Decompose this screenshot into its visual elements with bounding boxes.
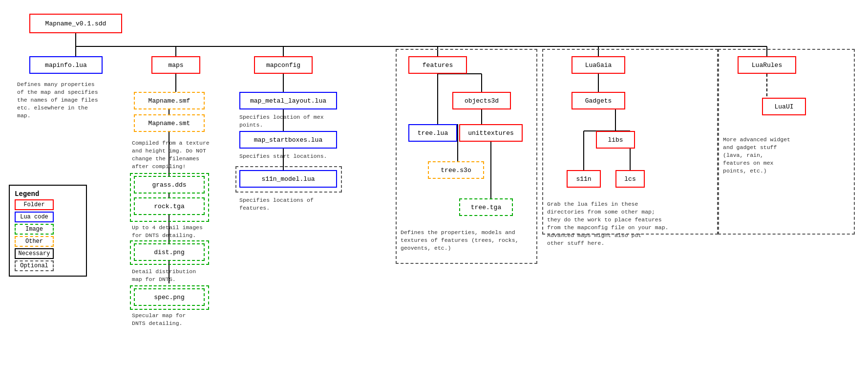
luaui-label: LuaUI — [774, 103, 793, 110]
legend-folder-row: Folder — [15, 199, 81, 210]
mapname-smt-label: Mapname.smt — [148, 120, 191, 127]
mapconfig-label: mapconfig — [266, 62, 300, 69]
legend-image-box: Image — [15, 224, 54, 235]
legend-optional-row: Optional — [15, 260, 81, 271]
mapname-desc: Compiled from a textureand height img. D… — [132, 139, 220, 171]
root-node: Mapname_v0.1.sdd — [29, 14, 122, 33]
legend-lua-box: Lua code — [15, 212, 54, 222]
s11n-desc: Specifies locations of features. — [239, 196, 337, 212]
features-desc: Defines the properties, models andtextur… — [401, 229, 535, 252]
legend-image-row: Image — [15, 224, 81, 235]
features-label: features — [423, 62, 453, 69]
rock-tga-node: rock.tga — [134, 197, 205, 215]
mapinfo-desc: Defines many propertiesof the map and sp… — [17, 81, 115, 120]
objects3d-label: objects3d — [465, 97, 499, 105]
tree-s3o-label: tree.s3o — [441, 167, 471, 174]
tree-s3o-node: tree.s3o — [428, 161, 484, 179]
legend-title-row: Legend — [15, 190, 81, 198]
gadgets-label: Gadgets — [585, 97, 612, 105]
legend-optional-box: Optional — [15, 260, 54, 271]
mapname-smf-label: Mapname.smf — [148, 97, 191, 105]
map-startboxes-node: map_startboxes.lua — [239, 131, 337, 149]
root-label: Mapname_v0.1.sdd — [45, 20, 106, 27]
spec-png-label: spec.png — [154, 294, 184, 301]
dist-png-label: dist.png — [154, 249, 184, 256]
mapinfo-node: mapinfo.lua — [29, 56, 103, 74]
luagaia-desc: Grab the lua files in thesedirectories f… — [547, 200, 713, 248]
legend-necessary-row: Necessary — [15, 248, 81, 259]
luaui-node: LuaUI — [762, 98, 806, 115]
libs-label: libs — [608, 136, 623, 144]
libs-node: libs — [596, 131, 635, 149]
mapname-smt-node: Mapname.smt — [134, 114, 205, 132]
maps-label: maps — [168, 62, 183, 69]
legend-other-box: Other — [15, 236, 54, 247]
s11n-model-label: s11n_model.lua — [261, 175, 315, 183]
tree-tga-node: tree.tga — [459, 198, 513, 216]
spec-png-node: spec.png — [134, 288, 205, 306]
map-metal-node: map_metal_layout.lua — [239, 92, 337, 109]
luagaia-label: LuaGaia — [585, 62, 612, 69]
grass-dds-label: grass.dds — [152, 181, 186, 189]
luarules-desc: More advanced widgetand gadget stuff(lav… — [723, 136, 847, 175]
legend-title: Legend — [15, 190, 39, 198]
legend-folder-box: Folder — [15, 199, 54, 210]
luagaia-node: LuaGaia — [572, 56, 625, 74]
rock-tga-label: rock.tga — [154, 203, 184, 210]
objects3d-node: objects3d — [452, 92, 511, 109]
s11n-model-node: s11n_model.lua — [239, 170, 337, 188]
legend-other-row: Other — [15, 236, 81, 247]
mapconfig-node: mapconfig — [254, 56, 313, 74]
lcs-node: lcs — [615, 170, 645, 188]
metal-desc: Specifies location of mex points. — [239, 113, 337, 129]
features-node: features — [408, 56, 467, 74]
diagram-container: Mapname_v0.1.sdd mapinfo.lua Defines man… — [0, 0, 868, 388]
lcs-label: lcs — [624, 175, 635, 183]
legend-box: Legend Folder Lua code Image Other Neces… — [9, 185, 87, 277]
tree-tga-label: tree.tga — [471, 204, 501, 211]
luarules-label: LuaRules — [752, 62, 782, 69]
unittextures-label: unittextures — [468, 129, 514, 137]
startbox-desc: Specifies start locations. — [239, 152, 337, 160]
gadgets-node: Gadgets — [572, 92, 625, 109]
legend-lua-row: Lua code — [15, 212, 81, 222]
tree-lua-label: tree.lua — [418, 129, 448, 137]
legend-necessary-box: Necessary — [15, 248, 54, 259]
grass-dds-node: grass.dds — [134, 176, 205, 194]
dist-png-node: dist.png — [134, 243, 205, 261]
spec-desc: Specular map forDNTS detailing. — [132, 312, 217, 327]
s11n-node: s11n — [567, 170, 601, 188]
maps-node: maps — [151, 56, 200, 74]
mapname-smf-node: Mapname.smf — [134, 92, 205, 109]
dist-desc: Detail distributionmap for DNTS. — [132, 268, 217, 283]
mapinfo-label: mapinfo.lua — [45, 62, 87, 69]
map-startboxes-label: map_startboxes.lua — [254, 136, 322, 144]
map-metal-label: map_metal_layout.lua — [250, 97, 326, 105]
dnts-desc: Up to 4 detail imagesfor DNTS detailing. — [132, 224, 217, 239]
tree-lua-node: tree.lua — [408, 124, 457, 142]
luarules-node: LuaRules — [738, 56, 796, 74]
s11n-folder-label: s11n — [576, 175, 591, 183]
unittextures-node: unittextures — [459, 124, 523, 142]
